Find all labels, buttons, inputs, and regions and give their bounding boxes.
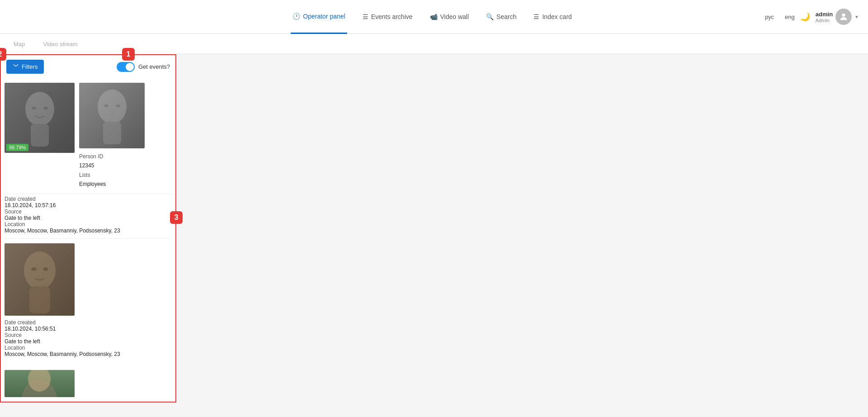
theme-toggle-icon[interactable]: 🌙	[800, 12, 810, 22]
clock-icon: 🕐	[292, 13, 300, 20]
svg-point-1	[25, 92, 54, 126]
get-events-toggle[interactable]: Get events?	[117, 62, 170, 72]
event-info-1: Person ID 12345 Lists Employees	[79, 152, 145, 189]
chevron-down-icon: ▼	[854, 14, 859, 19]
toggle-switch[interactable]	[117, 62, 135, 72]
event-card-2[interactable]: Date created 18.10.2024, 10:56:51 Source…	[5, 239, 172, 365]
nav-index-card[interactable]: ☰ Index card	[532, 0, 573, 34]
event-details-2: Date created 18.10.2024, 10:56:51 Source…	[5, 316, 172, 361]
lang-en[interactable]: eng	[785, 14, 795, 20]
events-list: 99.79%	[1, 78, 175, 402]
main-nav: 🕐 Operator panel ☰ Events archive 📹 Vide…	[99, 0, 765, 34]
nav-operator-panel[interactable]: 🕐 Operator panel	[291, 0, 347, 34]
svg-point-0	[842, 14, 845, 17]
header-right: рус eng 🌙 admin Admin ▼	[765, 9, 859, 25]
svg-rect-10	[29, 286, 50, 313]
header: 🕐 Operator panel ☰ Events archive 📹 Vide…	[0, 0, 868, 34]
event-card-1[interactable]: 99.79%	[5, 78, 172, 194]
sub-nav-map[interactable]: Map	[9, 41, 29, 47]
nav-video-wall[interactable]: 📹 Video wall	[428, 0, 471, 34]
nav-search[interactable]: 🔍 Search	[484, 0, 518, 34]
svg-point-3	[32, 107, 36, 109]
svg-point-12	[43, 267, 48, 271]
event-matched-photo-1	[79, 83, 145, 148]
main-content: 2 1 3 Filters Get events?	[0, 54, 868, 417]
svg-point-7	[104, 104, 108, 107]
event-details-1: Date created 18.10.2024, 10:57:16 Source…	[5, 194, 172, 239]
card-icon: ☰	[533, 13, 539, 20]
lang-ru[interactable]: рус	[765, 14, 774, 20]
nav-events-archive[interactable]: ☰ Events archive	[361, 0, 415, 34]
video-icon: 📹	[430, 13, 438, 20]
svg-rect-6	[103, 122, 121, 144]
event-photo-3	[5, 370, 75, 397]
badge-2: 2	[0, 48, 6, 61]
list-icon: ☰	[363, 13, 368, 20]
search-icon: 🔍	[486, 13, 494, 20]
event-photo-2	[5, 243, 75, 316]
sub-nav-video-stream[interactable]: Video stream	[38, 41, 82, 47]
svg-point-9	[24, 251, 56, 289]
left-panel-wrapper: 2 1 3 Filters Get events?	[0, 54, 176, 417]
toolbar: Filters Get events?	[1, 55, 175, 78]
svg-rect-2	[31, 124, 49, 147]
svg-point-11	[31, 267, 37, 271]
badge-3: 3	[170, 211, 183, 224]
filter-button[interactable]: Filters	[6, 60, 44, 74]
right-panel	[176, 54, 868, 417]
user-menu[interactable]: admin Admin ▼	[816, 9, 859, 25]
left-panel: Filters Get events?	[0, 54, 176, 403]
badge-1: 1	[122, 48, 135, 61]
event-photo-1: 99.79%	[5, 83, 75, 153]
event-card-3[interactable]	[5, 365, 172, 402]
avatar	[835, 9, 852, 25]
filter-icon	[13, 63, 19, 71]
svg-point-4	[43, 107, 48, 109]
svg-point-8	[116, 104, 120, 107]
svg-point-5	[98, 90, 127, 124]
confidence-badge: 99.79%	[6, 144, 28, 151]
